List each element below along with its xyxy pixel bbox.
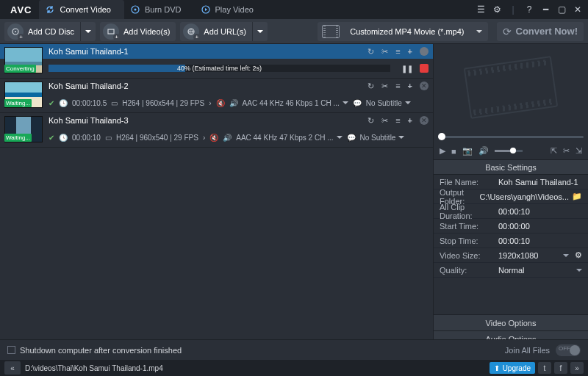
subtitle-select[interactable]: No Subtitle <box>366 99 411 107</box>
list-item[interactable]: Waiting... Koh Samui Thailand-2 ↻ ✂ ≡ + … <box>0 79 433 113</box>
svg-point-1 <box>135 9 137 11</box>
play-icon <box>201 4 211 15</box>
setting-key: Video Size: <box>440 251 498 260</box>
mark-in-icon[interactable]: ⇱ <box>551 146 557 156</box>
loop-icon[interactable]: ↻ <box>368 82 374 91</box>
minimize-icon[interactable]: ━ <box>538 2 553 17</box>
file-list: Converting Koh Samui Thailand-1 ↻ ✂ ≡ + … <box>0 44 434 347</box>
mute-icon[interactable]: 🔇 <box>216 99 225 107</box>
cut-icon[interactable]: ✂ <box>563 146 570 156</box>
setting-key: Stop Time: <box>440 236 498 245</box>
add-icon[interactable]: + <box>408 116 412 125</box>
add-icon[interactable]: + <box>408 82 412 90</box>
pause-button[interactable]: ❚❚ <box>402 65 412 73</box>
video-icon: ▭ <box>111 99 118 107</box>
quality-select[interactable]: Normal <box>498 266 582 275</box>
start-time-value[interactable]: 00:00:00 <box>498 222 582 231</box>
mute-icon[interactable]: 🔇 <box>209 134 218 142</box>
remove-icon[interactable]: ✕ <box>420 116 429 125</box>
settings-table: File Name:Koh Samui Thailand-1 Output Fo… <box>434 175 588 278</box>
edit-icon[interactable]: ≡ <box>395 82 400 90</box>
basic-settings-heading: Basic Settings <box>434 160 588 175</box>
video-info: H264 | 960x544 | 29 FPS <box>122 99 204 107</box>
edit-icon[interactable]: ≡ <box>395 116 400 125</box>
file-name-value[interactable]: Koh Samui Thailand-1 <box>498 178 582 187</box>
upgrade-button[interactable]: ⬆Upgrade <box>490 362 535 374</box>
format-label: Customized MP4 Movie (*.mp4) <box>344 27 470 36</box>
join-files-toggle[interactable]: OFF <box>556 344 581 356</box>
snapshot-button[interactable]: 📷 <box>462 146 473 156</box>
help-icon[interactable]: ? <box>522 2 537 17</box>
facebook-icon[interactable]: f <box>554 362 567 374</box>
volume-slider[interactable] <box>495 150 523 152</box>
footer-bar: Shutdown computer after conversion finis… <box>0 339 588 360</box>
loop-icon[interactable]: ↻ <box>368 116 374 126</box>
list-item[interactable]: Waiting... Koh Samui Thailand-3 ↻ ✂ ≡ + … <box>0 113 433 148</box>
subtitle-icon: 💬 <box>353 99 362 107</box>
item-title: Koh Samui Thailand-2 <box>49 82 129 90</box>
remove-icon[interactable]: ✕ <box>420 82 429 90</box>
next-button[interactable]: » <box>570 362 584 374</box>
add-icon[interactable]: + <box>408 47 412 56</box>
menu-icon[interactable]: ☰ <box>473 2 488 17</box>
cut-icon[interactable]: ✂ <box>381 116 388 126</box>
upgrade-icon: ⬆ <box>494 364 500 372</box>
maximize-icon[interactable]: ▢ <box>554 2 569 17</box>
check-icon: ✔ <box>49 134 54 142</box>
add-videos-label: Add Video(s) <box>122 27 176 36</box>
loop-icon[interactable]: ↻ <box>368 47 374 57</box>
add-urls-button[interactable]: Add URL(s) <box>180 22 267 41</box>
cut-icon[interactable]: ✂ <box>381 82 388 91</box>
speaker-icon: 🔊 <box>223 134 232 142</box>
film-plus-icon <box>103 24 119 40</box>
convert-now-button[interactable]: ⟳ Convert Now! <box>497 22 584 41</box>
output-folder-value[interactable]: C:\Users\yangh\Videos...📁 <box>480 192 582 201</box>
title-bar: AVC Convert Video Burn DVD Play Video ☰ … <box>0 0 588 19</box>
timeline[interactable] <box>434 131 588 142</box>
status-badge: Waiting... <box>4 99 32 107</box>
volume-icon[interactable]: 🔊 <box>478 146 489 156</box>
list-item[interactable]: Converting Koh Samui Thailand-1 ↻ ✂ ≡ + … <box>0 44 433 79</box>
stop-button[interactable]: ■ <box>451 147 456 156</box>
play-button[interactable]: ▶ <box>440 146 445 156</box>
setting-key: File Name: <box>440 178 498 187</box>
edit-icon[interactable]: ≡ <box>395 47 400 56</box>
twitter-icon[interactable]: t <box>538 362 551 374</box>
file-path: D:\videos\Thai\Koh Samui Thailand-1.mp4 <box>25 364 163 372</box>
item-title: Koh Samui Thailand-1 <box>49 47 129 56</box>
chevron-down-icon <box>470 27 488 36</box>
item-title: Koh Samui Thailand-3 <box>49 116 129 125</box>
audio-select[interactable]: AAC 44 KHz 47 Kbps 2 CH ... <box>236 134 342 142</box>
subtitle-select[interactable]: No Subtitle <box>360 134 405 142</box>
tab-burn-dvd[interactable]: Burn DVD <box>124 0 195 19</box>
expand-icon[interactable]: › <box>209 99 211 107</box>
shutdown-checkbox[interactable] <box>7 346 15 354</box>
status-badge: Converting <box>4 65 36 73</box>
gear-icon[interactable]: ⚙ <box>490 2 504 17</box>
audio-select[interactable]: AAC 44 KHz 46 Kbps 1 CH ... <box>243 99 348 107</box>
close-icon[interactable]: ✕ <box>570 2 585 17</box>
stop-time-value[interactable]: 00:00:10 <box>498 236 582 245</box>
video-size-select[interactable]: 1920x1080⚙ <box>498 250 582 260</box>
output-format-select[interactable]: Customized MP4 Movie (*.mp4) <box>318 22 487 41</box>
mark-out-icon[interactable]: ⇲ <box>576 146 582 156</box>
refresh-icon <box>45 4 55 15</box>
player-controls: ▶ ■ 📷 🔊 ⇱ ✂ ⇲ <box>434 142 588 160</box>
clip-duration-value: 00:00:10 <box>498 207 582 216</box>
duration: 00:00:10 <box>72 134 101 142</box>
cut-icon[interactable]: ✂ <box>381 47 388 57</box>
disc-plus-icon <box>7 24 24 40</box>
chevron-down-icon[interactable] <box>252 22 268 41</box>
chevron-down-icon[interactable] <box>80 22 96 41</box>
tab-convert-video[interactable]: Convert Video <box>39 0 124 19</box>
add-cd-disc-button[interactable]: Add CD Disc <box>4 22 96 41</box>
prev-button[interactable]: « <box>4 361 21 375</box>
tab-label: Burn DVD <box>145 5 182 14</box>
preview-area <box>434 44 588 131</box>
tab-play-video[interactable]: Play Video <box>195 0 267 19</box>
stop-button[interactable] <box>420 64 429 73</box>
globe-plus-icon <box>183 24 199 40</box>
add-videos-button[interactable]: Add Video(s) <box>100 22 176 41</box>
expand-icon[interactable]: › <box>203 134 205 142</box>
video-options-button[interactable]: Video Options <box>434 314 588 330</box>
